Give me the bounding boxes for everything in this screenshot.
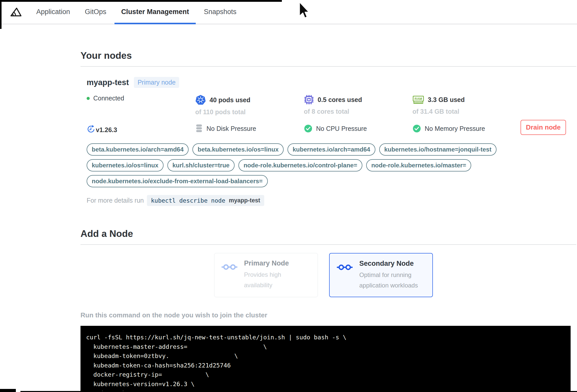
terminal-line: curl -fsSL https://kurl.sh/jq-new-test-u… xyxy=(86,333,568,342)
replicated-logo-icon xyxy=(9,0,22,24)
condition-disk: No Disk Pressure xyxy=(195,123,304,134)
condition-memory: No Memory Pressure xyxy=(412,123,525,134)
main-nav: Application GitOps Cluster Management Sn… xyxy=(30,0,243,24)
node-status: Connected xyxy=(93,95,124,102)
terminal-line: kubeadm-token-ca-hash=sha256:221d25746 xyxy=(86,361,568,370)
stat-memory: RAM 3.3 GB used of 31.4 GB total xyxy=(412,95,525,116)
kubectl-node-name: myapp-test xyxy=(229,197,260,204)
node-link-icon xyxy=(337,263,353,291)
cpu-icon xyxy=(304,95,314,105)
terminal-line: kubernetes-master-address= \ xyxy=(86,342,568,352)
details-prefix: For more details run xyxy=(87,197,144,204)
stat-cores: 0.5 cores used of 8 cores total xyxy=(304,95,412,116)
node-label-pill: node.kubernetes.io/exclude-from-external… xyxy=(87,175,268,187)
bottom-left-artifact xyxy=(0,389,16,392)
terminal-line: kubeadm-token=0ztbvy. \ xyxy=(86,351,568,361)
no-cpu-pressure: No CPU Pressure xyxy=(316,125,367,132)
section-divider xyxy=(80,244,576,245)
stat-pods: 40 pods used of 110 pods total xyxy=(195,95,304,116)
join-command-instruction: Run this command on the node you wish to… xyxy=(80,311,576,319)
condition-cpu: No CPU Pressure xyxy=(304,123,412,134)
node-version: v1.26.3 xyxy=(96,126,117,134)
node-name: myapp-test xyxy=(87,78,129,87)
node-label-pill: node-role.kubernetes.io/master= xyxy=(366,159,471,171)
add-node-title: Add a Node xyxy=(80,228,576,239)
node-label-pill: beta.kubernetes.io/os=linux xyxy=(192,143,284,156)
tab-snapshots[interactable]: Snapshots xyxy=(197,0,243,24)
connected-dot-icon xyxy=(87,97,90,100)
node-link-icon xyxy=(222,263,237,291)
memory-total: of 31.4 GB total xyxy=(412,108,525,115)
terminal-line: kubernetes-version=v1.26.3 \ xyxy=(86,379,568,389)
node-labels: beta.kubernetes.io/arch=amd64 beta.kuber… xyxy=(87,143,521,187)
version-icon xyxy=(87,124,95,134)
primary-node-badge: Primary node xyxy=(134,77,179,88)
tab-cluster-management[interactable]: Cluster Management xyxy=(114,0,196,24)
no-disk-pressure: No Disk Pressure xyxy=(206,125,256,132)
cores-used: 0.5 cores used xyxy=(318,96,362,103)
primary-node-option-description: Provides high availability xyxy=(244,269,305,290)
kubernetes-icon xyxy=(195,95,206,105)
kubectl-command: kubectl describe node xyxy=(151,197,225,204)
primary-node-option[interactable]: Primary Node Provides high availability xyxy=(214,253,318,297)
pods-used: 40 pods used xyxy=(210,96,250,104)
secondary-node-option-description: Optimal for running application workload… xyxy=(359,270,420,291)
memory-used: 3.3 GB used xyxy=(428,96,465,103)
terminal-line: docker-registry-ip= \ xyxy=(86,370,568,379)
node-label-pill: beta.kubernetes.io/arch=amd64 xyxy=(87,143,189,156)
tab-gitops[interactable]: GitOps xyxy=(78,0,113,24)
bottom-edge-artifact xyxy=(20,391,577,392)
app-header: Application GitOps Cluster Management Sn… xyxy=(0,0,577,24)
drain-node-button[interactable]: Drain node xyxy=(521,120,566,135)
node-stats: Connected xyxy=(87,95,576,134)
section-divider xyxy=(80,66,576,67)
cluster-management-page: Application GitOps Cluster Management Sn… xyxy=(0,0,577,392)
main-content: Your nodes myapp-test Primary node Conne… xyxy=(0,50,577,392)
top-edge-artifact xyxy=(0,0,282,2)
pods-total: of 110 pods total xyxy=(195,108,304,116)
check-circle-icon xyxy=(412,124,421,133)
node-label-pill: kubernetes.io/hostname=jonquil-test xyxy=(379,143,497,156)
stat-status: Connected xyxy=(87,95,195,116)
node-details-hint: For more details run kubectl describe no… xyxy=(87,195,576,206)
node-label-pill: kubernetes.io/arch=amd64 xyxy=(287,143,375,156)
ram-icon: RAM xyxy=(412,95,424,105)
your-nodes-title: Your nodes xyxy=(80,50,576,61)
node-type-options: Primary Node Provides high availability … xyxy=(214,253,576,297)
kubectl-describe-chip: kubectl describe node myapp-test xyxy=(147,195,264,206)
node-label-pill: kubernetes.io/os=linux xyxy=(87,159,164,171)
secondary-node-option-title: Secondary Node xyxy=(359,260,420,268)
svg-text:RAM: RAM xyxy=(414,97,422,101)
disk-icon xyxy=(195,123,203,134)
node-label-pill: node-role.kubernetes.io/control-plane= xyxy=(238,159,362,171)
primary-node-option-title: Primary Node xyxy=(244,259,305,267)
secondary-node-option[interactable]: Secondary Node Optimal for running appli… xyxy=(329,253,433,297)
tab-application[interactable]: Application xyxy=(30,0,77,24)
no-memory-pressure: No Memory Pressure xyxy=(425,125,485,132)
node-label-pill: kurl.sh/cluster=true xyxy=(167,159,235,171)
join-command-terminal: curl -fsSL https://kurl.sh/jq-new-test-u… xyxy=(80,326,571,392)
cores-total: of 8 cores total xyxy=(304,108,412,115)
stat-version: v1.26.3 xyxy=(87,123,195,134)
node-card: myapp-test Primary node Connected xyxy=(87,77,576,206)
check-circle-icon xyxy=(304,124,313,133)
left-edge-artifact xyxy=(0,0,2,29)
